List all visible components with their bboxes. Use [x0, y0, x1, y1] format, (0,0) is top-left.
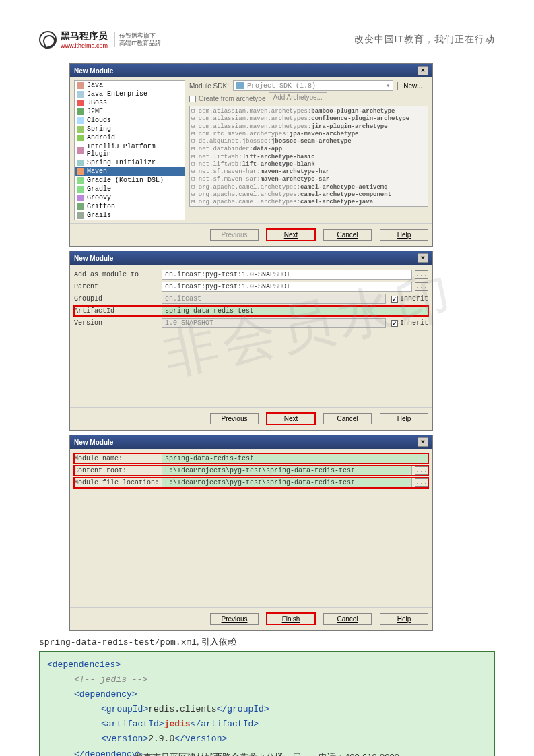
module-type-icon [77, 117, 84, 124]
module-type-groovy[interactable]: Groovy [75, 193, 185, 202]
help-button[interactable]: Help [380, 413, 428, 424]
new-module-dialog-1: New Module × JavaJava EnterpriseJBossJ2M… [69, 63, 433, 247]
code-caption: spring-data-redis-test/pom.xml, 引入依赖 [39, 636, 495, 648]
browse-button[interactable]: ... [415, 478, 428, 487]
next-button[interactable]: Next [267, 229, 315, 241]
module-type-icon [77, 108, 84, 115]
cancel-button[interactable]: Cancel [323, 413, 372, 424]
version-field: 1.0-SNAPSHOT [162, 318, 386, 328]
brand-name: 黑马程序员 [61, 30, 108, 42]
help-button[interactable]: Help [380, 229, 428, 241]
close-icon[interactable]: × [418, 66, 428, 75]
archetype-item[interactable]: ⊞ org.apache.camel.archetypes:camel-arch… [191, 191, 426, 199]
module-type-icon [77, 168, 84, 175]
archetype-item[interactable]: ⊞ net.liftweb:lift-archetype-blank [191, 161, 426, 168]
brand-tagline: 传智播客旗下 高端IT教育品牌 [114, 32, 161, 47]
brand-url: www.itheima.com [61, 42, 108, 49]
previous-button[interactable]: Previous [210, 613, 259, 625]
archetype-list[interactable]: ⊞ com.atlassian.maven.archetypes:bamboo-… [189, 106, 428, 207]
dialog2-title: New Module [74, 255, 113, 262]
browse-button[interactable]: ... [415, 270, 428, 279]
new-sdk-button[interactable]: New... [397, 82, 428, 90]
content-root-field[interactable]: F:\IdeaProjects\pyg-test\spring-data-red… [162, 466, 412, 476]
sdk-label: Module SDK: [189, 82, 229, 90]
module-type-icon [77, 203, 84, 210]
module-type-icon [77, 135, 84, 141]
artifactid-field[interactable]: spring-data-redis-test [162, 306, 428, 316]
create-from-archetype-checkbox[interactable]: Create from archetype Add Archetype... [189, 94, 428, 104]
module-type-intellij-platform-plugin[interactable]: IntelliJ Platform Plugin [75, 142, 185, 158]
module-type-icon [77, 186, 84, 193]
parent-field[interactable]: cn.itcast:pyg-test:1.0-SNAPSHOT [162, 282, 412, 292]
logo-block: 黑马程序员 www.itheima.com 传智播客旗下 高端IT教育品牌 [39, 30, 161, 49]
module-type-icon [77, 91, 84, 98]
module-type-java[interactable]: Java [75, 81, 185, 90]
new-module-dialog-3: New Module × Module name:spring-data-red… [69, 435, 433, 631]
module-type-android[interactable]: Android [75, 133, 185, 142]
archetype-item[interactable]: ⊞ com.atlassian.maven.archetypes:conflue… [191, 115, 426, 123]
previous-button: Previous [210, 229, 259, 241]
module-type-grails[interactable]: Grails [75, 211, 185, 220]
module-type-icon [77, 147, 84, 154]
archetype-item[interactable]: ⊞ net.liftweb:lift-archetype-basic [191, 154, 426, 161]
module-type-clouds[interactable]: Clouds [75, 116, 185, 125]
module-type-j2me[interactable]: J2ME [75, 107, 185, 116]
archetype-item[interactable]: ⊞ org.apache.camel.archetypes:camel-arch… [191, 199, 426, 206]
sdk-dropdown[interactable]: Project SDK (1.8)▾ [233, 80, 393, 91]
dialog3-titlebar: New Module × [70, 435, 432, 449]
archetype-item[interactable]: ⊞ com.atlassian.maven.archetypes:jira-pl… [191, 123, 426, 131]
archetype-item[interactable]: ⊞ org.apache.camel.archetypes:camel-arch… [191, 184, 426, 191]
archetype-item[interactable]: ⊞ com.atlassian.maven.archetypes:bamboo-… [191, 108, 426, 115]
browse-button[interactable]: ... [415, 466, 428, 475]
inherit-groupid-checkbox[interactable]: ✓Inherit [391, 295, 428, 303]
module-type-gradle[interactable]: Gradle [75, 185, 185, 193]
cancel-button[interactable]: Cancel [323, 229, 372, 241]
module-type-spring-initializr[interactable]: Spring Initializr [75, 158, 185, 167]
finish-button[interactable]: Finish [267, 613, 315, 625]
help-button[interactable]: Help [380, 613, 428, 625]
close-icon[interactable]: × [418, 253, 428, 263]
module-type-list[interactable]: JavaJava EnterpriseJBossJ2MECloudsSpring… [74, 80, 185, 220]
module-type-icon [77, 195, 84, 201]
browse-button[interactable]: ... [415, 282, 428, 291]
module-type-jboss[interactable]: JBoss [75, 98, 185, 107]
dialog1-title: New Module [74, 67, 113, 75]
archetype-item[interactable]: ⊞ com.rfc.maven.archetypes:jpa-maven-arc… [191, 131, 426, 138]
close-icon[interactable]: × [418, 437, 428, 447]
new-module-dialog-2: New Module × Add as module tocn.itcast:p… [69, 251, 433, 431]
module-type-spring[interactable]: Spring [75, 125, 185, 133]
header-slogan: 改变中国IT教育，我们正在行动 [354, 34, 495, 46]
dialog2-titlebar: New Module × [70, 251, 432, 265]
add-as-module-field[interactable]: cn.itcast:pyg-test:1.0-SNAPSHOT [162, 270, 412, 280]
module-type-icon [77, 82, 84, 89]
module-type-icon [77, 100, 84, 106]
inherit-version-checkbox[interactable]: ✓Inherit [391, 319, 428, 327]
module-type-icon [77, 126, 84, 133]
module-type-icon [77, 177, 84, 184]
folder-icon [236, 82, 244, 89]
cancel-button[interactable]: Cancel [323, 613, 372, 625]
module-type-icon [77, 212, 84, 219]
dialog3-title: New Module [74, 439, 113, 446]
dialog1-titlebar: New Module × [70, 64, 432, 77]
archetype-item[interactable]: ⊞ net.sf.maven-har:maven-archetype-har [191, 168, 426, 176]
add-archetype-button[interactable]: Add Archetype... [269, 92, 327, 102]
page-footer: 北京市昌平区建材城西路金燕龙办公楼一层 电话：400-618-9090 [0, 751, 534, 756]
document-header: 黑马程序员 www.itheima.com 传智播客旗下 高端IT教育品牌 改变… [39, 30, 495, 55]
archetype-item[interactable]: ⊞ net.databinder:data-app [191, 146, 426, 153]
module-type-java-enterprise[interactable]: Java Enterprise [75, 90, 185, 98]
next-button[interactable]: Next [267, 413, 315, 424]
module-type-gradle-kotlin-dsl-[interactable]: Gradle (Kotlin DSL) [75, 176, 185, 185]
archetype-item[interactable]: ⊞ de.akquinet.jbosscc:jbosscc-seam-arche… [191, 138, 426, 146]
archetype-item[interactable]: ⊞ org.apache.camel.archetypes:camel-arch… [191, 206, 426, 207]
module-type-icon [77, 160, 84, 166]
module-file-location-field[interactable]: F:\IdeaProjects\pyg-test\spring-data-red… [162, 478, 412, 488]
groupid-field: cn.itcast [162, 294, 386, 304]
horse-logo-icon [39, 31, 57, 49]
module-type-griffon[interactable]: Griffon [75, 202, 185, 211]
module-name-field[interactable]: spring-data-redis-test [162, 453, 428, 464]
archetype-item[interactable]: ⊞ net.sf.maven-sar:maven-archetype-sar [191, 176, 426, 183]
module-type-maven[interactable]: Maven [75, 167, 185, 176]
previous-button[interactable]: Previous [210, 413, 259, 424]
pom-xml-code: <dependencies> <!-- jedis --> <dependenc… [39, 651, 495, 756]
